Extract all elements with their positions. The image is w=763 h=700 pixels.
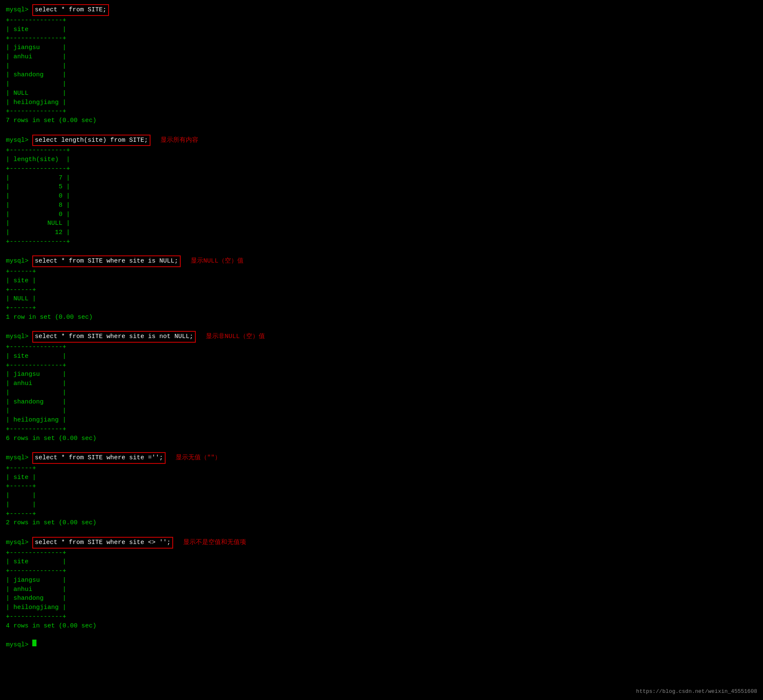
block5-output: +------+ | site | +------+ | | | | +----…	[6, 464, 757, 528]
output-line: +--------------+	[6, 16, 757, 25]
block2-annotation: 显示所有内容	[161, 136, 198, 145]
output-line: | site |	[6, 276, 757, 286]
output-line: +--------------+	[6, 425, 757, 434]
url-label: https://blog.csdn.net/weixin_45551608	[636, 688, 757, 696]
block3-annotation: 显示NULL（空）值	[191, 257, 244, 266]
block3-output: +------+ | site | +------+ | NULL | +---…	[6, 267, 757, 322]
output-line: | 12 |	[6, 228, 757, 237]
block2-prompt: mysql>	[6, 136, 32, 145]
output-line: | |	[6, 500, 757, 510]
final-prompt-row: mysql>	[6, 640, 757, 650]
output-line: +--------------+	[6, 612, 757, 622]
output-line: +--------------+	[6, 567, 757, 576]
block2: mysql> select length(site) from SITE;显示所…	[6, 135, 757, 247]
output-line: +---------------+	[6, 237, 757, 247]
output-line: 6 rows in set (0.00 sec)	[6, 434, 757, 443]
output-line: +------+	[6, 510, 757, 519]
output-line: | jiangsu |	[6, 576, 757, 585]
output-line: | 5 |	[6, 182, 757, 192]
block2-output: +---------------+ | length(site) | +----…	[6, 146, 757, 246]
block1: mysql> select * from SITE; +------------…	[6, 4, 757, 125]
block3: mysql> select * from SITE where site is …	[6, 255, 757, 322]
output-line: +--------------+	[6, 361, 757, 370]
output-line: | |	[6, 491, 757, 500]
output-line: +---------------+	[6, 164, 757, 174]
output-line: 1 row in set (0.00 sec)	[6, 313, 757, 322]
block4: mysql> select * from SITE where site is …	[6, 331, 757, 443]
output-line: +---------------+	[6, 146, 757, 155]
output-line: | |	[6, 388, 757, 398]
output-line: +--------------+	[6, 549, 757, 558]
output-line: | shandong |	[6, 70, 757, 80]
block5-prompt: mysql>	[6, 453, 32, 463]
output-line: +--------------+	[6, 343, 757, 352]
block4-output: +--------------+ | site | +-------------…	[6, 343, 757, 443]
block6-annotation: 显示不是空值和无值项	[183, 538, 246, 547]
output-line: | |	[6, 80, 757, 89]
output-line: | shandong |	[6, 398, 757, 407]
output-line: | site |	[6, 473, 757, 482]
output-line: | 0 |	[6, 210, 757, 219]
output-line: +------+	[6, 304, 757, 313]
block6: mysql> select * from SITE where site <> …	[6, 537, 757, 631]
block6-output: +--------------+ | site | +-------------…	[6, 549, 757, 631]
block6-prompt: mysql>	[6, 538, 32, 547]
block3-prompt-row: mysql> select * from SITE where site is …	[6, 255, 757, 267]
block5-command: select * from SITE where site ='';	[32, 452, 166, 464]
output-line: | shandong |	[6, 594, 757, 603]
block4-prompt: mysql>	[6, 332, 32, 341]
output-line: | anhui |	[6, 52, 757, 62]
block1-command: select * from SITE;	[32, 4, 109, 16]
output-line: +------+	[6, 286, 757, 295]
output-line: | heilongjiang |	[6, 98, 757, 107]
output-line: | 8 |	[6, 201, 757, 210]
block5-annotation: 显示无值（""）	[176, 453, 221, 463]
output-line: +------+	[6, 267, 757, 276]
output-line: | anhui |	[6, 585, 757, 594]
block4-command: select * from SITE where site is not NUL…	[32, 331, 196, 343]
output-line: +--------------+	[6, 107, 757, 116]
block3-prompt: mysql>	[6, 257, 32, 266]
block5-prompt-row: mysql> select * from SITE where site =''…	[6, 452, 757, 464]
output-line: | site |	[6, 557, 757, 567]
block4-prompt-row: mysql> select * from SITE where site is …	[6, 331, 757, 343]
block2-prompt-row: mysql> select length(site) from SITE;显示所…	[6, 135, 757, 146]
output-line: | length(site) |	[6, 155, 757, 164]
output-line: 4 rows in set (0.00 sec)	[6, 622, 757, 631]
block1-prompt-row: mysql> select * from SITE;	[6, 4, 757, 16]
terminal: mysql> select * from SITE; +------------…	[6, 4, 757, 650]
block6-prompt-row: mysql> select * from SITE where site <> …	[6, 537, 757, 549]
block3-command: select * from SITE where site is NULL;	[32, 255, 181, 267]
output-line: | |	[6, 406, 757, 416]
block4-annotation: 显示非NULL（空）值	[206, 332, 265, 341]
output-line: +------+	[6, 464, 757, 473]
final-prompt: mysql>	[6, 640, 32, 650]
output-line: | 7 |	[6, 174, 757, 183]
block6-command: select * from SITE where site <> '';	[32, 537, 173, 549]
output-line: 2 rows in set (0.00 sec)	[6, 518, 757, 528]
output-line: +------+	[6, 482, 757, 491]
block5: mysql> select * from SITE where site =''…	[6, 452, 757, 528]
output-line: | |	[6, 62, 757, 71]
output-line: | site |	[6, 25, 757, 34]
output-line: | heilongjiang |	[6, 416, 757, 425]
block1-output: +--------------+ | site | +-------------…	[6, 16, 757, 125]
output-line: | NULL |	[6, 219, 757, 228]
output-line: | anhui |	[6, 379, 757, 388]
output-line: | 0 |	[6, 192, 757, 201]
output-line: 7 rows in set (0.00 sec)	[6, 116, 757, 125]
output-line: | jiangsu |	[6, 370, 757, 379]
output-line: +--------------+	[6, 34, 757, 43]
block1-prompt: mysql>	[6, 5, 32, 15]
block2-command: select length(site) from SITE;	[32, 135, 151, 146]
output-line: | NULL |	[6, 89, 757, 98]
output-line: | NULL |	[6, 294, 757, 304]
output-line: | site |	[6, 352, 757, 361]
output-line: | jiangsu |	[6, 43, 757, 52]
output-line: | heilongjiang |	[6, 603, 757, 612]
cursor	[32, 640, 36, 646]
